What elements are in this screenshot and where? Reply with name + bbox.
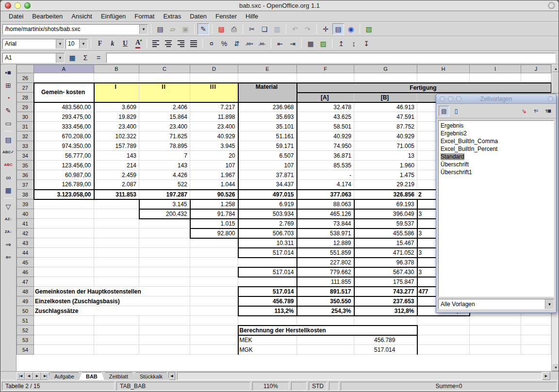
cell-B34[interactable]: 143 xyxy=(94,151,139,161)
cell-A34[interactable]: 56.777,00 xyxy=(34,151,94,161)
row-header-34[interactable]: 34 xyxy=(17,151,34,161)
cell-E48[interactable]: 517.014 xyxy=(238,287,297,296)
title-bar[interactable]: bab.sxc - OpenOffice.org 1.1 xyxy=(0,0,559,11)
cell-F35[interactable]: 85.535 xyxy=(297,161,354,170)
insert-object-icon[interactable]: ◔ xyxy=(2,92,15,104)
cell-J54[interactable] xyxy=(521,345,551,355)
cell-E27[interactable]: Material xyxy=(238,83,297,102)
cell-A31[interactable]: 333.456,00 xyxy=(34,122,94,131)
row-header-26[interactable]: 26 xyxy=(17,73,34,83)
delete-decimal-icon[interactable]: ,00- xyxy=(256,38,268,49)
cell-F50[interactable]: 254,3% xyxy=(297,306,354,316)
sort-ascending-icon[interactable]: AZ↓ xyxy=(2,213,15,225)
cell-C36[interactable]: 4.426 xyxy=(139,170,190,180)
cell-A50[interactable]: Zuschlagssätze xyxy=(34,306,190,316)
undo-icon[interactable]: ↶ xyxy=(289,23,301,35)
cell-D32[interactable]: 40.929 xyxy=(190,131,238,141)
cell-G37[interactable]: 29.219 xyxy=(354,180,417,190)
style-filter-dropdown[interactable]: Alle Vorlagen ▼ xyxy=(438,299,554,310)
font-size-combobox[interactable]: 10 ▼ xyxy=(66,39,88,49)
align-bottom-icon[interactable]: ↧ xyxy=(361,38,372,49)
row-header-30[interactable]: 30 xyxy=(17,112,34,122)
cell-B36[interactable]: 2.459 xyxy=(94,170,139,180)
add-decimal-icon[interactable]: ,00+ xyxy=(244,38,255,49)
cell-G42[interactable]: 455.586 xyxy=(354,229,417,238)
cell-E37[interactable]: 34.437 xyxy=(238,180,297,190)
status-zoom[interactable]: 110% xyxy=(252,382,289,391)
cell-F26[interactable] xyxy=(297,73,354,83)
row-header-42[interactable]: 42 xyxy=(17,229,34,238)
redo-icon[interactable]: ↷ xyxy=(302,23,313,35)
copy-icon[interactable]: ❏ xyxy=(259,23,270,35)
ungroup-icon[interactable]: ⇐ xyxy=(2,251,15,263)
cell-D53[interactable] xyxy=(190,335,238,345)
name-box[interactable]: A1 ▼ xyxy=(2,53,65,63)
cell-G53[interactable]: 456.789 xyxy=(354,335,417,345)
cell-A46[interactable] xyxy=(34,267,94,277)
function-wizard-icon[interactable]: ▦ xyxy=(67,52,78,63)
cell-B32[interactable]: 102.322 xyxy=(94,131,139,141)
align-left-button[interactable] xyxy=(150,38,162,49)
cell-D38[interactable]: 90.526 xyxy=(190,190,238,199)
column-header-G[interactable]: G xyxy=(354,65,417,73)
cell-F42[interactable]: 538.971 xyxy=(297,229,354,238)
cell-B43[interactable] xyxy=(94,238,139,248)
column-header-B[interactable]: B xyxy=(94,65,139,73)
align-center-vertical-icon[interactable]: ↨ xyxy=(348,38,360,49)
cell-F39[interactable]: 88.063 xyxy=(297,199,354,209)
cell-G50[interactable]: 312,8% xyxy=(354,306,417,316)
align-right-button[interactable] xyxy=(175,38,187,49)
cell-A38[interactable]: 3.123.058,00 xyxy=(34,190,94,199)
cell-H51[interactable] xyxy=(417,316,470,326)
cell-B52[interactable] xyxy=(94,326,139,335)
cell-A51[interactable] xyxy=(34,316,94,326)
cell-E34[interactable]: 6.507 xyxy=(238,151,297,161)
cell-J53[interactable] xyxy=(521,335,551,345)
menu-item-ansicht[interactable]: Ansicht xyxy=(67,12,97,21)
sheet-tab-bab[interactable]: BAB xyxy=(79,372,104,380)
cell-F54[interactable] xyxy=(297,345,354,355)
cell-E50[interactable]: 113,2% xyxy=(238,306,297,316)
style-item--berschrift[interactable]: Überschrift xyxy=(439,161,554,168)
cell-B39[interactable] xyxy=(94,199,139,209)
cell-C54[interactable] xyxy=(139,345,190,355)
cell-E26[interactable] xyxy=(238,73,297,83)
cell-I26[interactable] xyxy=(470,73,521,83)
cell-C38[interactable]: 197.287 xyxy=(139,190,190,199)
column-header-D[interactable]: D xyxy=(190,65,238,73)
cell-E30[interactable]: 35.693 xyxy=(238,112,297,122)
scroll-up-icon[interactable]: ▲ xyxy=(552,65,559,72)
style-item-standard[interactable]: Standard xyxy=(439,153,554,161)
chevron-down-icon[interactable]: ▼ xyxy=(56,39,64,49)
cell-I51[interactable] xyxy=(470,316,521,326)
cell-F46[interactable]: 779.662 xyxy=(297,267,354,277)
cell-G45[interactable]: 96.378 xyxy=(354,258,417,267)
align-top-icon[interactable]: ↥ xyxy=(335,38,347,49)
row-header-32[interactable]: 32 xyxy=(17,131,34,141)
cell-E32[interactable]: 51.161 xyxy=(238,131,297,141)
cell-D48[interactable] xyxy=(190,287,238,296)
row-header-52[interactable]: 52 xyxy=(17,326,34,335)
cell-A54[interactable] xyxy=(34,345,94,355)
drawing-functions-icon[interactable]: ✎ xyxy=(2,104,15,116)
row-header-29[interactable]: 29 xyxy=(17,102,34,112)
cell-C45[interactable] xyxy=(139,258,190,267)
row-header-51[interactable]: 51 xyxy=(17,316,34,326)
cell-B26[interactable] xyxy=(94,73,139,83)
navigator-icon[interactable]: ✛ xyxy=(320,23,331,35)
cell-G44[interactable]: 471.052 xyxy=(354,248,417,258)
row-header-31[interactable]: 31 xyxy=(17,122,34,131)
cell-G33[interactable]: 71.005 xyxy=(354,141,417,151)
cell-E35[interactable]: 107 xyxy=(238,161,297,170)
column-header-J[interactable]: J xyxy=(521,65,551,73)
cell-A45[interactable] xyxy=(34,258,94,267)
chevron-down-icon[interactable]: ▼ xyxy=(139,25,148,34)
cell-E52[interactable]: Berechnung der Herstellkosten xyxy=(238,326,417,335)
cell-B30[interactable]: 19.829 xyxy=(94,112,139,122)
cell-D26[interactable] xyxy=(190,73,238,83)
style-item--berschrift1[interactable]: Überschrift1 xyxy=(439,168,554,176)
cell-G36[interactable]: 1.475 xyxy=(354,170,417,180)
export-pdf-icon[interactable]: ▤ xyxy=(215,23,227,35)
cell-B45[interactable] xyxy=(94,258,139,267)
cell-D42[interactable]: 92.800 xyxy=(190,229,238,238)
